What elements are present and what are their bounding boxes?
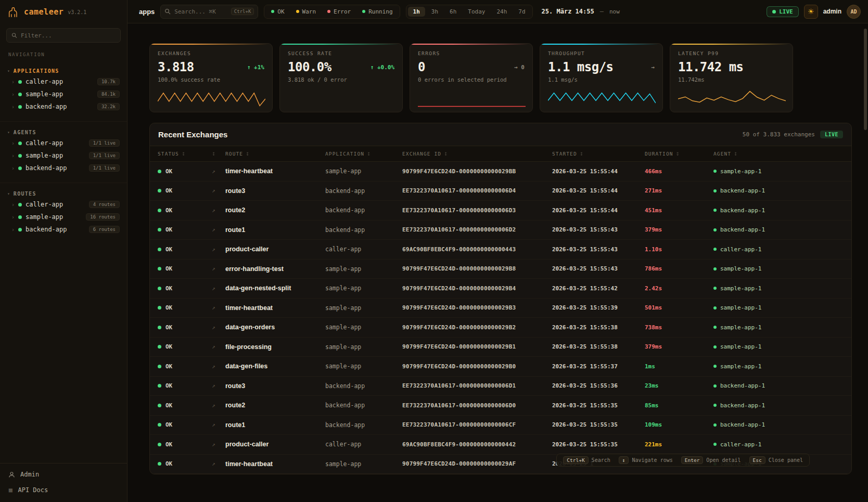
table-row[interactable]: OK ↗ data-gen-files sample-app 90799F47E… — [150, 357, 851, 377]
route-cell: error-handling-test — [225, 265, 325, 273]
sidebar-item[interactable]: › sample-app 16 routes — [0, 211, 127, 223]
column-header-application[interactable]: APPLICATION↕ — [325, 151, 402, 157]
time-range-button[interactable]: 7d — [513, 7, 530, 17]
status-filter-label: Error — [334, 8, 351, 15]
sidebar-item[interactable]: › caller-app 1/1 live — [0, 137, 127, 149]
table-row[interactable]: OK ↗ route3 backend-app EE7322370A10617-… — [150, 377, 851, 396]
open-detail-icon[interactable]: ↗ — [212, 363, 225, 370]
open-detail-icon[interactable]: ↗ — [212, 226, 225, 233]
time-range-button[interactable]: Today — [463, 7, 490, 17]
filter-input[interactable] — [21, 32, 116, 39]
started-cell: 2026-03-25 15:55:39 — [552, 304, 645, 311]
hint-label: Open detail — [706, 457, 741, 463]
application-cell: sample-app — [325, 265, 402, 273]
time-range-button[interactable]: 24h — [491, 7, 512, 17]
time-range-button[interactable]: 3h — [426, 7, 443, 17]
sidebar-item[interactable]: › caller-app 10.7k — [0, 75, 127, 88]
open-detail-icon[interactable]: ↗ — [212, 460, 225, 467]
column-header-route[interactable]: ROUTE↕ — [225, 151, 325, 157]
open-detail-icon[interactable]: ↗ — [212, 304, 225, 311]
live-badge[interactable]: LIVE — [767, 6, 799, 17]
agent-label: backend-app-1 — [720, 421, 765, 428]
column-header-exchange-id[interactable]: EXCHANGE ID↕ — [402, 151, 552, 157]
now-button[interactable]: now — [609, 8, 620, 15]
sidebar-item[interactable]: › backend-app 6 routes — [0, 223, 127, 236]
table-row[interactable]: OK ↗ route3 backend-app EE7322370A10617-… — [150, 182, 851, 201]
exchange-id-cell: EE7322370A10617-00000000000006D3 — [402, 207, 552, 214]
chevron-right-icon: › — [11, 165, 15, 171]
sidebar-item-admin[interactable]: Admin — [0, 467, 127, 482]
table-row[interactable]: OK ↗ route2 backend-app EE7322370A10617-… — [150, 201, 851, 221]
time-range-button[interactable]: 1h — [408, 7, 425, 17]
open-detail-icon[interactable]: ↗ — [212, 382, 225, 389]
live-badge[interactable]: LIVE — [820, 131, 843, 138]
status-filter-chip[interactable]: OK — [266, 7, 289, 17]
recent-exchanges-panel: Recent Exchanges 50 of 3.833 exchanges L… — [149, 123, 852, 474]
table-row[interactable]: OK ↗ route1 backend-app EE7322370A10617-… — [150, 416, 851, 435]
column-header-agent[interactable]: AGENT↕ — [713, 151, 851, 157]
open-detail-icon[interactable]: ↗ — [212, 168, 225, 175]
table-row[interactable]: OK ↗ timer-heartbeat sample-app 90799F47… — [150, 162, 851, 182]
sidebar-item[interactable]: › caller-app 4 routes — [0, 198, 127, 211]
sidebar-item[interactable]: › sample-app 1/1 live — [0, 149, 127, 162]
route-cell: data-gen-orders — [225, 324, 325, 331]
sidebar-footer-label: API Docs — [18, 486, 48, 494]
status-dot — [158, 404, 161, 407]
sidebar-filter[interactable] — [6, 28, 121, 43]
application-cell: caller-app — [325, 441, 402, 448]
status-filter-chip[interactable]: Running — [357, 7, 398, 17]
column-header-started[interactable]: STARTED↕ — [552, 151, 645, 157]
open-detail-icon[interactable]: ↗ — [212, 441, 225, 448]
agent-label: sample-app-1 — [720, 285, 761, 292]
open-detail-icon[interactable]: ↗ — [212, 187, 225, 194]
table-row[interactable]: OK ↗ data-gen-orders sample-app 90799F47… — [150, 318, 851, 338]
table-row[interactable]: OK ↗ product-caller caller-app 69AC90BF8… — [150, 435, 851, 455]
open-detail-icon[interactable]: ↗ — [212, 343, 225, 350]
sidebar-section-header[interactable]: ▾ AGENTS — [0, 128, 127, 137]
open-detail-icon[interactable]: ↗ — [212, 402, 225, 409]
table-row[interactable]: OK ↗ file-processing sample-app 90799F47… — [150, 338, 851, 357]
hint-label: Search — [592, 457, 610, 463]
sidebar-item[interactable]: › backend-app 1/1 live — [0, 162, 127, 174]
sidebar-item[interactable]: › sample-app 84.1k — [0, 88, 127, 100]
table-row[interactable]: OK ↗ timer-heartbeat sample-app 90799F47… — [150, 299, 851, 318]
open-detail-icon[interactable]: ↗ — [212, 285, 225, 292]
open-detail-icon[interactable]: ↗ — [212, 421, 225, 428]
table-row[interactable]: OK ↗ route1 backend-app EE7322370A10617-… — [150, 221, 851, 240]
sidebar-item[interactable]: › backend-app 32.2k — [0, 100, 127, 113]
search-box[interactable]: Search... ⌘K Ctrl+K — [160, 5, 258, 19]
theme-toggle-button[interactable]: ☀ — [804, 5, 818, 19]
table-row[interactable]: OK ↗ error-handling-test sample-app 9079… — [150, 260, 851, 279]
stat-card-value: 11.742 ms — [678, 60, 744, 74]
open-detail-icon[interactable]: ↗ — [212, 265, 225, 272]
hint-key: ↕ — [619, 456, 629, 464]
status-filter-chip[interactable]: Error — [322, 7, 356, 17]
table-row[interactable]: OK ↗ route2 backend-app EE7322370A10617-… — [150, 396, 851, 416]
status-label: OK — [165, 246, 172, 253]
route-cell: timer-heartbeat — [225, 168, 325, 175]
duration-cell: 2.42s — [645, 285, 713, 292]
table-row[interactable]: OK ↗ data-gen-nested-split sample-app 90… — [150, 279, 851, 299]
column-header-duration[interactable]: DURATION↕ — [645, 151, 713, 157]
open-detail-icon[interactable]: ↗ — [212, 246, 225, 253]
started-cell: 2026-03-25 15:55:43 — [552, 246, 645, 253]
sidebar-spacer — [0, 236, 127, 463]
sidebar-section-header[interactable]: ▾ ROUTES — [0, 189, 127, 198]
column-header-status[interactable]: STATUS↕ — [158, 151, 212, 157]
status-filter-chip[interactable]: Warn — [291, 7, 322, 17]
scrollbar-thumb[interactable] — [864, 29, 867, 130]
exchange-id-cell: 90799F47E6CD24D-00000000000029BB — [402, 168, 552, 175]
column-header-link[interactable]: ↕ — [212, 151, 225, 157]
status-label: OK — [165, 285, 172, 292]
table-row[interactable]: OK ↗ product-caller caller-app 69AC90BF8… — [150, 240, 851, 260]
open-detail-icon[interactable]: ↗ — [212, 207, 225, 214]
stat-card-value-row: 11.742 ms — [678, 60, 785, 74]
sidebar-item-api-docs[interactable]: ≡ API Docs — [0, 482, 127, 498]
time-range-button[interactable]: 6h — [444, 7, 462, 17]
sidebar-section-header[interactable]: ▾ APPLICATIONS — [0, 67, 127, 75]
status-cell: OK — [158, 246, 212, 253]
avatar[interactable]: AD — [847, 5, 861, 19]
keyboard-hint: Enter Open detail — [681, 456, 741, 464]
status-dot — [18, 203, 22, 207]
open-detail-icon[interactable]: ↗ — [212, 324, 225, 331]
